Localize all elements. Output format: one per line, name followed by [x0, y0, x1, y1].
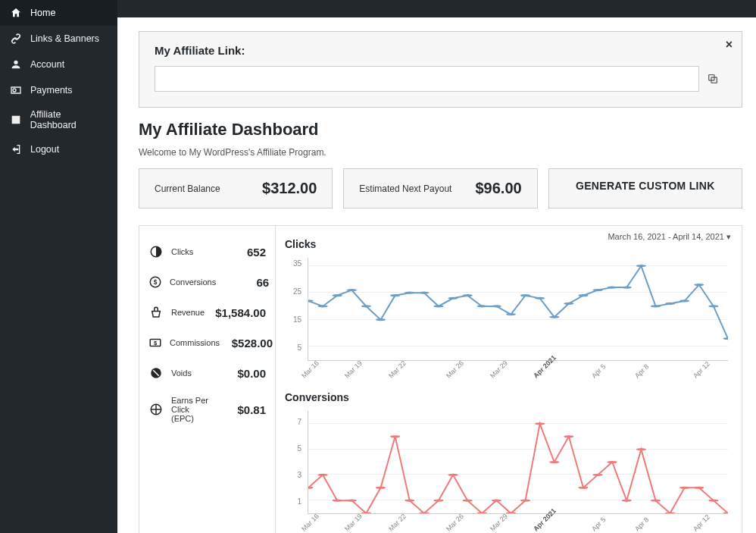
svg-point-12 — [347, 289, 357, 291]
sidebar-item-label: Home — [30, 8, 55, 18]
svg-point-26 — [549, 316, 559, 318]
metric-label: Clicks — [171, 247, 213, 256]
sidebar-item-label: Logout — [30, 144, 59, 155]
balance-value: $312.00 — [262, 180, 317, 197]
svg-point-65 — [679, 487, 689, 489]
svg-point-64 — [665, 512, 675, 513]
copy-icon[interactable] — [699, 66, 726, 92]
metric-value: $0.00 — [220, 367, 266, 380]
metric-revenue: Revenue $1,584.00 — [148, 297, 266, 328]
commissions-icon: $ — [148, 335, 162, 350]
link-box-title: My Affiliate Link: — [155, 44, 726, 57]
metric-label: Voids — [171, 368, 213, 378]
metric-clicks: Clicks 652 — [148, 237, 266, 267]
svg-point-41 — [333, 500, 342, 502]
svg-point-47 — [419, 512, 429, 513]
sidebar-item-account[interactable]: Account — [0, 52, 117, 77]
svg-point-40 — [317, 474, 327, 476]
sidebar-item-label: Links & Banners — [30, 33, 99, 44]
chevron-down-icon: ▾ — [726, 232, 731, 241]
chart-clicks: 5152535Mar 16Mar 19Mar 22Mar 26Mar 29Apr… — [285, 255, 733, 384]
svg-point-23 — [506, 313, 516, 315]
svg-point-35 — [679, 299, 689, 302]
svg-point-48 — [433, 500, 443, 502]
home-icon — [9, 6, 23, 20]
affiliate-link-box: × My Affiliate Link: — [139, 31, 742, 108]
svg-point-16 — [405, 292, 414, 294]
generate-custom-link-button[interactable]: GENERATE CUSTOM LINK — [548, 168, 742, 208]
svg-point-22 — [492, 305, 501, 307]
metric-conversions: $ Conversions 66 — [148, 267, 266, 297]
sidebar-item-label: Account — [30, 59, 64, 70]
metric-value: 652 — [220, 246, 266, 259]
svg-point-10 — [317, 305, 327, 307]
balance-card: Current Balance $312.00 — [139, 168, 333, 208]
user-icon — [9, 58, 23, 71]
svg-point-38 — [723, 337, 728, 340]
metric-value: 66 — [223, 276, 269, 289]
svg-point-43 — [361, 512, 371, 513]
svg-point-32 — [636, 265, 646, 267]
metric-label: Revenue — [171, 308, 208, 317]
metric-value: $0.81 — [220, 403, 266, 416]
svg-point-18 — [433, 305, 443, 307]
money-icon — [9, 83, 23, 97]
sidebar-item-label: Affiliate Dashboard — [30, 109, 108, 130]
svg-point-21 — [477, 305, 487, 307]
svg-point-66 — [694, 487, 704, 489]
svg-point-36 — [694, 284, 704, 286]
metric-value: $1,584.00 — [215, 306, 266, 319]
svg-point-15 — [390, 294, 400, 296]
dashboard-panel: Clicks 652 $ Conversions 66 Revenue $1,5… — [139, 225, 742, 533]
affiliate-link-input[interactable] — [155, 66, 699, 92]
svg-point-39 — [308, 487, 314, 489]
svg-point-57 — [564, 435, 573, 437]
metric-epc: Earns Per Click (EPC) $0.81 — [148, 388, 266, 431]
svg-point-55 — [535, 422, 545, 425]
sidebar-item-home[interactable]: Home — [0, 0, 117, 26]
svg-point-13 — [361, 305, 371, 307]
payout-card: Estimated Next Payout $96.00 — [343, 168, 537, 208]
svg-point-60 — [608, 461, 617, 463]
sidebar-item-label: Payments — [30, 85, 73, 96]
svg-point-53 — [506, 512, 516, 513]
sidebar-item-payments[interactable]: Payments — [0, 77, 117, 103]
topbar — [117, 0, 756, 17]
logout-icon — [9, 143, 23, 156]
svg-text:$: $ — [154, 340, 158, 346]
metric-value: $528.00 — [227, 337, 273, 350]
svg-point-58 — [578, 487, 588, 489]
svg-point-11 — [333, 294, 342, 296]
close-icon[interactable]: × — [726, 38, 733, 52]
link-icon — [9, 32, 23, 45]
revenue-icon — [148, 305, 164, 320]
svg-point-61 — [622, 500, 632, 502]
page-title: My Affiliate Dashboard — [139, 120, 742, 140]
svg-point-29 — [592, 289, 602, 291]
chart-conversions: 1357Mar 16Mar 19Mar 22Mar 26Mar 29Apr 20… — [285, 408, 733, 533]
svg-point-42 — [347, 500, 357, 502]
svg-point-56 — [549, 461, 559, 463]
sidebar-item-affiliate-dashboard[interactable]: Affiliate Dashboard — [0, 103, 117, 136]
voids-icon — [148, 365, 164, 381]
svg-point-59 — [592, 474, 602, 476]
svg-point-63 — [651, 500, 661, 502]
chart-title-conversions: Conversions — [285, 391, 733, 403]
svg-point-67 — [708, 500, 718, 502]
svg-point-19 — [448, 297, 458, 299]
metric-label: Conversions — [170, 277, 216, 287]
svg-point-54 — [520, 500, 530, 502]
metrics-column: Clicks 652 $ Conversions 66 Revenue $1,5… — [139, 226, 276, 533]
date-range-picker[interactable]: March 16, 2021 - April 14, 2021 ▾ — [608, 232, 731, 242]
svg-text:$: $ — [154, 279, 158, 286]
sidebar-item-logout[interactable]: Logout — [0, 136, 117, 162]
svg-point-51 — [477, 512, 487, 513]
svg-point-45 — [390, 435, 400, 437]
date-range-label: March 16, 2021 - April 14, 2021 — [608, 232, 723, 241]
metric-label: Commissions — [170, 338, 220, 347]
sidebar-item-links-banners[interactable]: Links & Banners — [0, 26, 117, 52]
svg-point-30 — [608, 286, 617, 288]
dashboard-icon — [9, 113, 23, 127]
payout-value: $96.00 — [475, 180, 521, 197]
metric-label: Earns Per Click (EPC) — [171, 396, 213, 423]
